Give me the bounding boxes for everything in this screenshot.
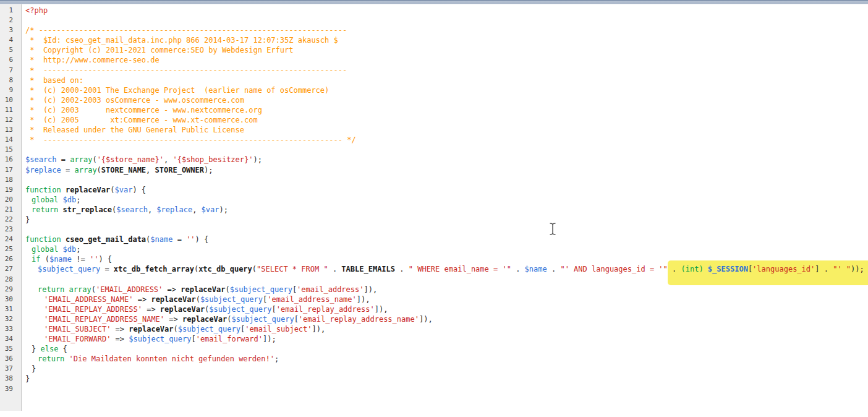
code-line: 14 * -----------------------------------… xyxy=(0,135,868,145)
code-text: * $Id: cseo_get_mail_data.inc.php 866 20… xyxy=(21,35,338,45)
token-pln: = xyxy=(100,265,114,273)
token-fn: cseo_get_mail_data xyxy=(66,235,146,244)
token-pln: ( xyxy=(196,295,200,304)
token-str: 'email_replay_address' xyxy=(276,305,375,314)
code-line: 3/* ------------------------------------… xyxy=(0,25,868,35)
code-text: * http://www.commerce-seo.de xyxy=(21,55,160,65)
token-fn: replaceVar xyxy=(129,325,173,333)
code-text: * --------------------------------------… xyxy=(21,135,356,145)
code-text xyxy=(21,145,25,155)
token-com: * http://www.commerce-seo.de xyxy=(25,56,160,64)
line-number: 4 xyxy=(0,35,21,45)
line-number: 20 xyxy=(0,195,21,205)
line-number: 2 xyxy=(0,15,21,25)
code-text: return str_replace($search, $replace, $v… xyxy=(21,205,228,215)
token-pln: => xyxy=(111,335,129,343)
token-pln: ]), xyxy=(312,325,326,333)
token-pln: ) { xyxy=(132,186,146,194)
line-number: 37 xyxy=(0,364,21,374)
token-pln: ( xyxy=(40,255,49,264)
code-line: 37} xyxy=(0,364,868,374)
code-text: function cseo_get_mail_data($name = '') … xyxy=(21,234,208,244)
token-kw: if xyxy=(32,255,40,264)
token-str: 'email_address' xyxy=(297,285,364,294)
token-pln xyxy=(704,265,708,273)
token-com: * (c) 2005 xt:Commerce - www.xt-commerce… xyxy=(25,116,258,124)
code-text: * (c) 2002-2003 osCommerce - www.oscomme… xyxy=(21,95,244,105)
token-var: $subject_query xyxy=(231,315,294,324)
code-text: * based on: xyxy=(21,75,83,85)
token-var: $name xyxy=(49,255,72,264)
token-var: $name xyxy=(525,265,547,273)
token-var: $var xyxy=(202,205,219,214)
token-com: /* -------------------------------------… xyxy=(25,26,347,35)
token-pln: [ xyxy=(272,305,276,314)
code-line: 28 xyxy=(0,275,868,285)
code-text: 'EMAIL_ADDRESS_NAME' => replaceVar($subj… xyxy=(21,294,370,304)
token-fn: replaceVar xyxy=(66,186,110,194)
token-pln: => xyxy=(164,315,182,324)
token-pln: . xyxy=(547,265,561,273)
token-kw: array xyxy=(69,285,91,294)
token-str: '{$shop_besitzer}' xyxy=(172,155,253,164)
line-number: 16 xyxy=(0,155,21,165)
token-pln: ( xyxy=(174,325,178,333)
code-text: } xyxy=(21,364,36,374)
token-pln xyxy=(61,235,66,244)
token-kw: array xyxy=(70,155,92,164)
code-text: 'EMAIL_SUBJECT' => replaceVar($subject_q… xyxy=(21,324,325,334)
token-fn: str_replace xyxy=(63,205,112,214)
token-str: 'email_replay_address_name' xyxy=(299,315,419,324)
token-com: * Copyright (c) 2011-2021 commerce:SEO b… xyxy=(25,46,293,54)
token-str: 'EMAIL_REPLAY_ADDRESS' xyxy=(44,305,142,314)
code-line: 6 * http://www.commerce-seo.de xyxy=(0,55,868,65)
token-fn: xtc_db_query xyxy=(198,265,252,273)
token-pln: . xyxy=(328,265,342,273)
token-var: $subject_query xyxy=(178,325,240,333)
line-number: 34 xyxy=(0,334,21,344)
line-number: 33 xyxy=(0,324,21,334)
token-kw: global xyxy=(32,196,58,204)
line-number: 7 xyxy=(0,66,21,75)
code-line: 4 * $Id: cseo_get_mail_data.inc.php 866 … xyxy=(0,35,868,45)
code-text: return array('EMAIL_ADDRESS' => replaceV… xyxy=(21,285,377,294)
token-var: $replace xyxy=(156,205,192,214)
line-number: 8 xyxy=(0,75,21,85)
line-number: 24 xyxy=(0,234,21,244)
token-kw: return xyxy=(38,355,64,363)
line-number: 28 xyxy=(0,275,21,285)
code-area[interactable]: 1<?php23/* -----------------------------… xyxy=(0,4,868,394)
code-line: 38} xyxy=(0,374,868,384)
code-line: 12 * (c) 2005 xt:Commerce - www.xt-comme… xyxy=(0,115,868,125)
token-pln: ) { xyxy=(195,235,209,244)
token-pln: ); xyxy=(253,155,262,164)
token-com: * (c) 2000-2001 The Exchange Project (ea… xyxy=(25,86,329,95)
line-number: 3 xyxy=(0,25,21,35)
token-kw: return xyxy=(38,285,64,294)
token-var: $subject_query xyxy=(38,265,100,273)
line-number: 27 xyxy=(0,264,21,274)
line-number: 39 xyxy=(0,384,21,394)
line-number: 19 xyxy=(0,185,21,195)
code-text: 'EMAIL_REPLAY_ADDRESS_NAME' => replaceVa… xyxy=(21,314,433,324)
code-text: /* -------------------------------------… xyxy=(21,25,347,35)
code-editor[interactable]: 1<?php23/* -----------------------------… xyxy=(0,4,868,417)
code-line: 20global $db; xyxy=(0,195,868,205)
line-number: 18 xyxy=(0,175,21,185)
token-str: '' xyxy=(186,235,195,244)
token-pln: ]), xyxy=(357,295,370,304)
mouse-cursor-ibeam xyxy=(548,222,557,238)
token-pln: ( xyxy=(252,265,257,273)
line-number: 14 xyxy=(0,135,21,145)
token-pln: => xyxy=(134,295,151,304)
code-line: 26if ($name != '') { xyxy=(0,254,868,264)
token-pln: ] . xyxy=(815,265,833,273)
token-kw: function xyxy=(25,235,61,244)
token-com: * $Id: cseo_get_mail_data.inc.php 866 20… xyxy=(25,36,338,45)
code-text xyxy=(21,384,25,394)
token-pln: { xyxy=(58,345,67,353)
token-var: $db xyxy=(63,245,77,254)
code-line: 24function cseo_get_mail_data($name = ''… xyxy=(0,234,868,244)
line-number: 11 xyxy=(0,105,21,115)
token-fn: replaceVar xyxy=(160,305,205,314)
